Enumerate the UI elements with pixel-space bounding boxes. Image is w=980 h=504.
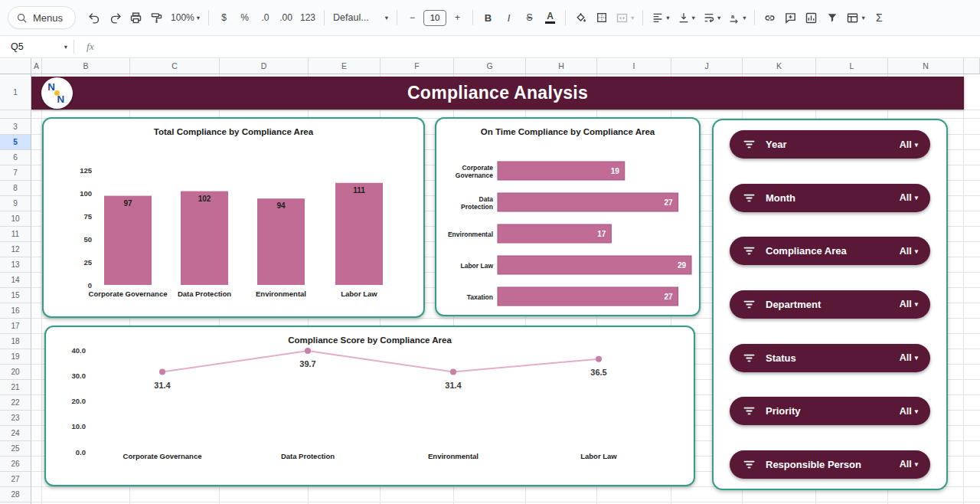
merge-cells-button[interactable]: ▾ [612, 8, 637, 28]
category-label: Environmental [256, 290, 306, 298]
row-header-16[interactable]: 16 [0, 303, 31, 319]
row-header-2[interactable] [0, 110, 31, 119]
vertical-align-button[interactable]: ▾ [675, 8, 698, 28]
slicer-year[interactable]: YearAll▾ [730, 130, 930, 159]
row-header-11[interactable]: 11 [0, 227, 31, 242]
insert-link-button[interactable] [760, 8, 779, 28]
text-rotation-button[interactable]: a▾ [725, 8, 749, 28]
undo-button[interactable] [85, 8, 104, 28]
sheet-views-button[interactable]: ▾ [843, 8, 867, 28]
column-header-C[interactable]: C [130, 58, 220, 74]
column-header-K[interactable]: K [743, 58, 816, 74]
gridline [31, 502, 980, 502]
text-wrap-button[interactable]: ▾ [700, 8, 724, 28]
strikethrough-button[interactable]: S [520, 8, 539, 28]
font-select[interactable]: Defaul...▾ [330, 8, 391, 28]
row-header-18[interactable]: 18 [0, 334, 31, 349]
cell-name-box[interactable]: Q5 ▾ [0, 36, 74, 57]
print-button[interactable] [126, 8, 145, 28]
column-header-H[interactable]: H [526, 58, 597, 74]
zoom-select[interactable]: 100%▾ [168, 8, 203, 28]
number-format-button[interactable]: 123 [297, 8, 318, 28]
increase-font-size-button[interactable]: + [448, 8, 467, 28]
font-size-value: 10 [430, 13, 440, 22]
fill-color-button[interactable] [571, 8, 590, 28]
row-header-22[interactable]: 22 [0, 395, 31, 411]
row-header-9[interactable]: 9 [0, 196, 31, 211]
currency-format-button[interactable]: $ [214, 8, 234, 28]
chevron-down-icon: ▾ [385, 14, 388, 21]
text-color-button[interactable]: A [541, 8, 560, 28]
chevron-down-icon: ▾ [915, 247, 918, 255]
font-size-input[interactable]: 10 [423, 10, 446, 26]
column-header-E[interactable]: E [309, 58, 381, 74]
row-header-10[interactable]: 10 [0, 211, 31, 227]
row-header-27[interactable]: 27 [0, 472, 31, 487]
decrease-decimal-button[interactable]: .0 [256, 8, 275, 28]
row-header-19[interactable]: 19 [0, 349, 31, 365]
horizontal-align-button[interactable]: ▾ [648, 8, 672, 28]
functions-button[interactable]: Σ [870, 8, 889, 28]
y-tick: 25 [83, 258, 92, 267]
column-header-F[interactable]: F [381, 58, 454, 74]
select-all-corner[interactable] [0, 58, 31, 74]
create-filter-button[interactable] [822, 8, 841, 28]
row-header-15[interactable]: 15 [0, 288, 31, 303]
slicer-month[interactable]: MonthAll▾ [730, 184, 930, 212]
borders-button[interactable] [592, 8, 611, 28]
italic-button[interactable]: I [499, 8, 518, 28]
row-header-8[interactable]: 8 [0, 181, 31, 196]
formula-input[interactable] [94, 36, 980, 57]
slicer-value-dropdown[interactable]: All▾ [900, 352, 918, 363]
slicer-department[interactable]: DepartmentAll▾ [730, 290, 930, 319]
row-header-6[interactable]: 6 [0, 150, 31, 165]
column-header-D[interactable]: D [220, 58, 309, 74]
chart-compliance-score[interactable]: Compliance Score by Compliance Area 0.01… [44, 326, 695, 486]
chart-total-compliance[interactable]: Total Compliance by Compliance Area 0255… [42, 117, 425, 318]
paint-format-button[interactable] [147, 8, 166, 28]
menus-search[interactable]: Menus [8, 6, 76, 29]
row-header-17[interactable]: 17 [0, 319, 31, 334]
row-header-28[interactable]: 28 [0, 487, 31, 502]
chart-ontime-compliance[interactable]: On Time Compliance by Compliance Area 19… [435, 117, 701, 316]
row-header-24[interactable]: 24 [0, 426, 31, 441]
slicer-value-dropdown[interactable]: All▾ [900, 406, 918, 417]
column-header-N[interactable]: N [888, 58, 964, 74]
decrease-font-size-button[interactable]: − [403, 8, 422, 28]
slicer-priority[interactable]: PriorityAll▾ [730, 397, 930, 425]
row-header-21[interactable]: 21 [0, 380, 31, 395]
row-header-14[interactable]: 14 [0, 273, 31, 288]
slicer-compliance-area[interactable]: Compliance AreaAll▾ [730, 237, 930, 265]
column-header-L[interactable]: L [816, 58, 888, 74]
column-header-J[interactable]: J [671, 58, 743, 74]
slicer-value-dropdown[interactable]: All▾ [900, 459, 918, 470]
column-header-I[interactable]: I [597, 58, 671, 74]
row-header-1[interactable]: 1 [0, 74, 31, 110]
row-header-5[interactable]: 5 [0, 135, 31, 150]
column-header-G[interactable]: G [454, 58, 526, 74]
column-header-B[interactable]: B [42, 58, 130, 74]
insert-comment-button[interactable] [781, 8, 800, 28]
percent-format-button[interactable]: % [235, 8, 254, 28]
row-header-12[interactable]: 12 [0, 242, 31, 257]
slicer-value-dropdown[interactable]: All▾ [900, 192, 918, 203]
insert-chart-button[interactable] [802, 8, 821, 28]
slicer-responsible-person[interactable]: Responsible PersonAll▾ [730, 450, 930, 479]
row-header-3[interactable]: 3 [0, 119, 31, 135]
bold-button[interactable]: B [479, 8, 498, 28]
row-header-26[interactable]: 26 [0, 457, 31, 472]
slicer-status[interactable]: StatusAll▾ [730, 344, 930, 372]
column-header-A[interactable]: A [31, 58, 42, 74]
row-header-25[interactable]: 25 [0, 441, 31, 457]
row-header-23[interactable]: 23 [0, 411, 31, 426]
slicer-value-dropdown[interactable]: All▾ [900, 139, 918, 150]
slicer-value-dropdown[interactable]: All▾ [900, 299, 918, 309]
slicer-value-dropdown[interactable]: All▾ [900, 246, 918, 257]
row-header-7[interactable]: 7 [0, 165, 31, 181]
spreadsheet-grid[interactable]: N N Compliance Analysis Total Compliance… [31, 74, 980, 504]
row-header-20[interactable]: 20 [0, 365, 31, 380]
category-label: Taxation [467, 293, 493, 301]
redo-button[interactable] [106, 8, 125, 28]
increase-decimal-button[interactable]: .00 [276, 8, 296, 28]
row-header-13[interactable]: 13 [0, 257, 31, 273]
